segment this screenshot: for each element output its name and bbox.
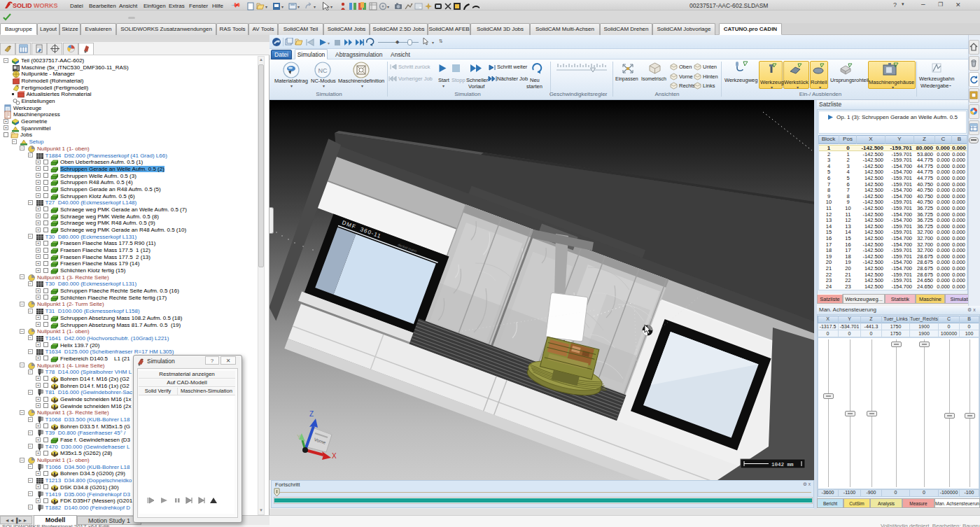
svg-text:Z: Z — [309, 410, 314, 418]
svg-text:WORKS: WORKS — [34, 2, 58, 9]
svg-text:NC: NC — [318, 67, 328, 74]
svg-text:SOLID: SOLID — [13, 2, 32, 9]
svg-text:Y: Y — [297, 433, 301, 440]
svg-text:1042 mm: 1042 mm — [771, 462, 794, 468]
svg-text:X: X — [332, 452, 337, 460]
